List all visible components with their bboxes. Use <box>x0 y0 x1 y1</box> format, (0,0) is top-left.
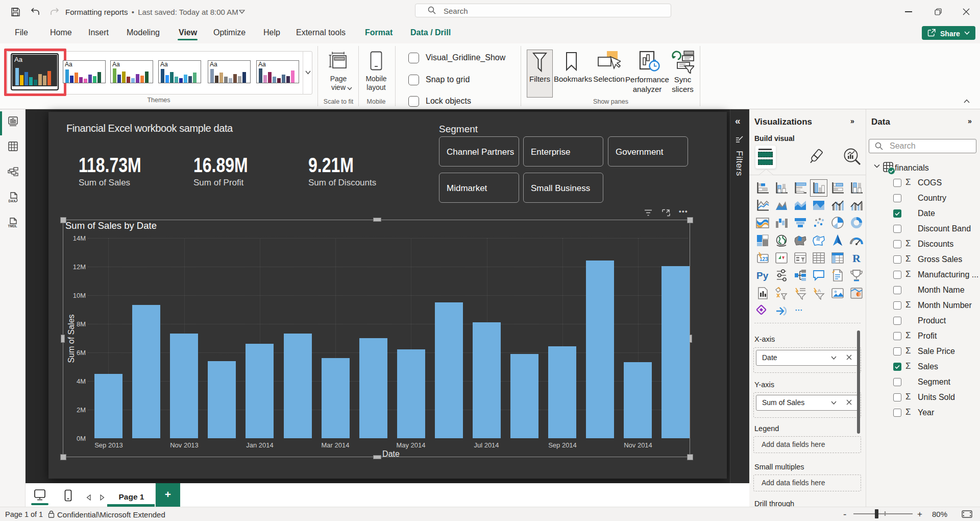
svg-text:A: A <box>818 288 821 293</box>
svg-text:DAX: DAX <box>9 199 16 203</box>
svg-text:TMDL: TMDL <box>8 224 17 228</box>
svg-text:R: R <box>852 252 861 265</box>
svg-text:Py: Py <box>756 270 769 281</box>
